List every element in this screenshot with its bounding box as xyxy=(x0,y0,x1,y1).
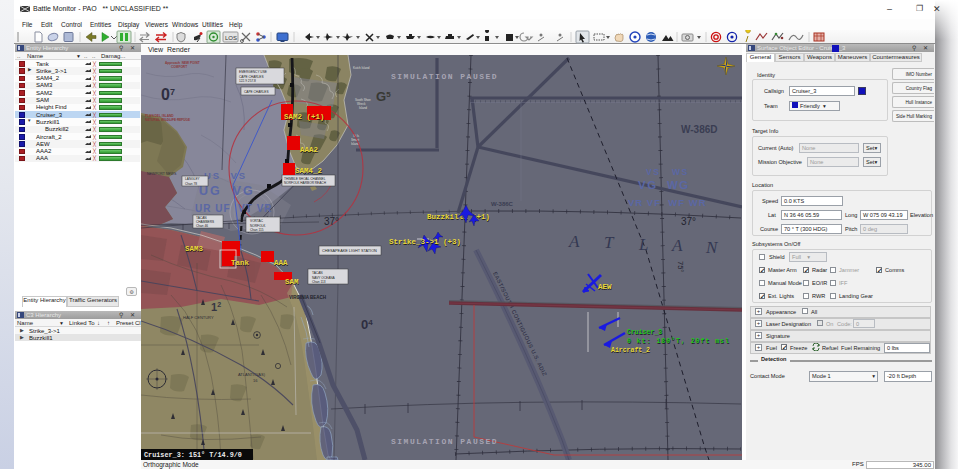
svg-text:VORTAC: VORTAC xyxy=(250,219,264,223)
svg-text:75°: 75° xyxy=(676,261,685,272)
svg-text:Cruiser_3: Cruiser_3 xyxy=(627,329,662,336)
svg-text:NATURAL WILDLIFE REFUGE: NATURAL WILDLIFE REFUGE xyxy=(145,118,190,122)
svg-text:NORFOLK: NORFOLK xyxy=(250,224,266,228)
svg-text:Tank: Tank xyxy=(231,259,250,267)
svg-text:AEW: AEW xyxy=(598,283,612,291)
svg-text:W-386D: W-386D xyxy=(681,124,717,135)
svg-text:Island: Island xyxy=(359,106,367,110)
svg-text:37°: 37° xyxy=(324,216,339,227)
svg-text:SIMULATION PAUSED: SIMULATION PAUSED xyxy=(391,437,498,446)
svg-text:0 kt: 180°T, 20ft msl: 0 kt: 180°T, 20ft msl xyxy=(627,337,730,345)
svg-text:122.9 257.8: 122.9 257.8 xyxy=(239,79,256,83)
svg-text:A: A xyxy=(671,236,683,255)
svg-text:SAM: SAM xyxy=(285,278,299,286)
svg-text:W-386C: W-386C xyxy=(491,201,514,207)
svg-text:LANGLEY: LANGLEY xyxy=(185,177,201,181)
svg-text:L: L xyxy=(638,235,648,254)
svg-text:TACAN: TACAN xyxy=(312,271,323,275)
svg-text:AAA2: AAA2 xyxy=(300,146,319,154)
svg-text:CHESAPEAKE LIGHT STATION: CHESAPEAKE LIGHT STATION xyxy=(322,249,377,253)
svg-text:A: A xyxy=(568,232,580,251)
svg-text:AAA: AAA xyxy=(274,259,288,267)
svg-text:SAM3: SAM3 xyxy=(185,245,204,253)
svg-text:US VS: US VS xyxy=(204,170,247,181)
svg-text:Chan 113: Chan 113 xyxy=(312,280,326,284)
svg-text:LOS: LOS xyxy=(225,35,237,41)
svg-text:T: T xyxy=(604,233,615,252)
svg-text:COMFORT: COMFORT xyxy=(171,65,187,69)
svg-text:NAVY OCEANA: NAVY OCEANA xyxy=(312,276,336,280)
svg-text:CAPE CHARLES: CAPE CHARLES xyxy=(244,90,269,94)
svg-text:N: N xyxy=(705,238,719,257)
svg-text:NORFOLK HARBOR REACH: NORFOLK HARBOR REACH xyxy=(284,181,327,185)
svg-text:37°: 37° xyxy=(681,216,696,227)
svg-text:Strike_3->1 (+3): Strike_3->1 (+3) xyxy=(389,238,461,246)
svg-text:Chan 115: Chan 115 xyxy=(250,228,264,232)
svg-text:Kutch Island: Kutch Island xyxy=(353,66,370,70)
svg-text:VIRGINIA BEACH: VIRGINIA BEACH xyxy=(289,295,326,300)
svg-text:VR VF WF WR: VR VF WF WR xyxy=(628,197,707,208)
svg-text:SIMULATION PAUSED: SIMULATION PAUSED xyxy=(391,72,498,81)
svg-text:VG WG: VG WG xyxy=(638,179,690,191)
svg-text:SAM4_2: SAM4_2 xyxy=(295,167,323,175)
svg-text:VS WS: VS WS xyxy=(646,167,689,177)
svg-text:NEWPORT NEWS: NEWPORT NEWS xyxy=(147,172,177,176)
svg-text:EMERGENCY USE: EMERGENCY USE xyxy=(239,70,267,74)
svg-text:Chan 78: Chan 78 xyxy=(185,182,197,186)
svg-text:Chan 46: Chan 46 xyxy=(196,224,208,228)
svg-text:SAM2 (+1): SAM2 (+1) xyxy=(284,113,325,121)
svg-text:Aircraft_2: Aircraft_2 xyxy=(611,347,650,354)
svg-text:THIMBLE SHOAL CHANNEL: THIMBLE SHOAL CHANNEL xyxy=(284,177,326,181)
svg-text:CAPE CHARLES: CAPE CHARLES xyxy=(239,75,264,79)
svg-text:Buzzkill1 (+1): Buzzkill1 (+1) xyxy=(427,213,490,221)
svg-text:UR UF VT VR: UR UF VT VR xyxy=(195,203,273,214)
svg-text:Cruiser_3: 151° T/14.9/0: Cruiser_3: 151° T/14.9/0 xyxy=(144,451,242,459)
